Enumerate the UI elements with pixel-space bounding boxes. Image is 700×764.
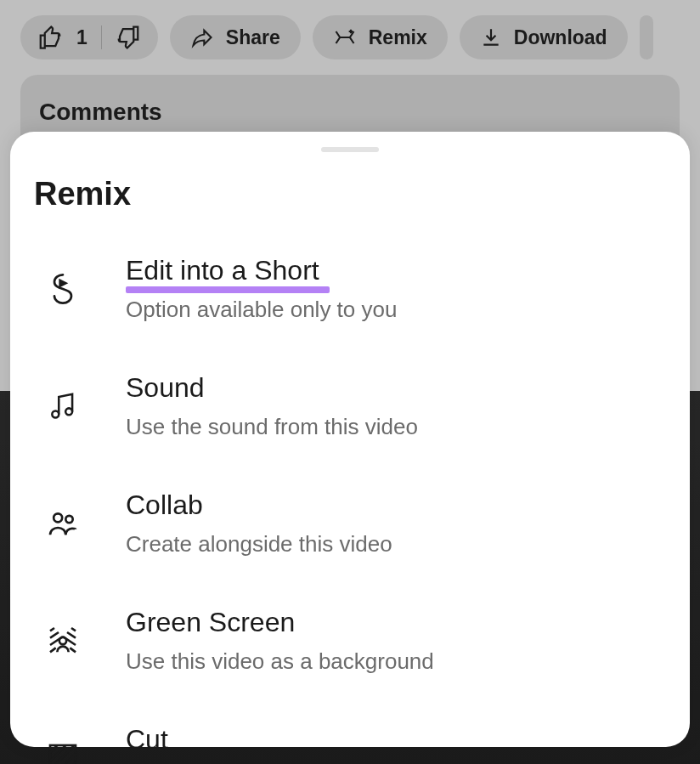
remix-icon [44, 270, 82, 308]
option-title: Sound [126, 372, 205, 404]
download-icon [480, 26, 502, 48]
thumbs-down-icon [116, 25, 141, 50]
remix-sheet: Remix Edit into a Short Option available… [10, 132, 690, 747]
option-text: Collab Create alongside this video [126, 490, 656, 557]
option-title: Edit into a Short [126, 255, 319, 286]
action-bar: 1 Share Remix [0, 0, 700, 75]
download-label: Download [514, 26, 607, 49]
option-title: Cut [126, 724, 168, 756]
option-green-screen[interactable]: Green Screen Use this video as a backgro… [10, 607, 690, 675]
svg-point-2 [54, 513, 62, 522]
option-collab[interactable]: Collab Create alongside this video [10, 490, 690, 557]
music-icon [44, 388, 82, 425]
sheet-title: Remix [10, 176, 690, 212]
sheet-handle[interactable] [321, 147, 379, 152]
option-title: Green Screen [126, 607, 295, 638]
option-subtitle: Use this video as a background [126, 648, 656, 675]
thumbs-up-icon [37, 25, 63, 50]
option-title: Collab [126, 490, 203, 521]
option-subtitle: Option available only to you [126, 297, 656, 323]
option-subtitle: Create alongside this video [126, 531, 656, 557]
svg-point-3 [65, 516, 72, 523]
option-text: Cut Use a segment from this video [126, 724, 656, 764]
svg-point-0 [52, 411, 59, 418]
divider [101, 25, 102, 49]
more-pill[interactable] [640, 15, 653, 59]
share-label: Share [226, 26, 280, 49]
download-button[interactable]: Download [460, 15, 628, 59]
comments-title: Comments [39, 99, 162, 125]
share-button[interactable]: Share [170, 15, 301, 59]
like-dislike-pill[interactable]: 1 [20, 15, 158, 59]
option-sound[interactable]: Sound Use the sound from this video [10, 372, 690, 440]
like-count: 1 [76, 26, 88, 49]
remix-button[interactable]: Remix [313, 15, 448, 59]
option-subtitle: Use the sound from this video [126, 414, 656, 440]
svg-point-1 [65, 408, 72, 415]
option-edit-short[interactable]: Edit into a Short Option available only … [10, 255, 690, 323]
share-icon [190, 25, 214, 49]
option-cut[interactable]: Cut Use a segment from this video [10, 724, 690, 764]
option-text: Sound Use the sound from this video [126, 372, 656, 440]
option-text: Green Screen Use this video as a backgro… [126, 607, 656, 675]
greenscreen-icon [44, 622, 82, 659]
remix-label: Remix [369, 26, 427, 49]
collab-icon [44, 505, 82, 542]
option-text: Edit into a Short Option available only … [126, 255, 656, 323]
svg-point-4 [59, 637, 66, 644]
remix-icon [333, 25, 357, 49]
cut-icon [44, 739, 82, 764]
